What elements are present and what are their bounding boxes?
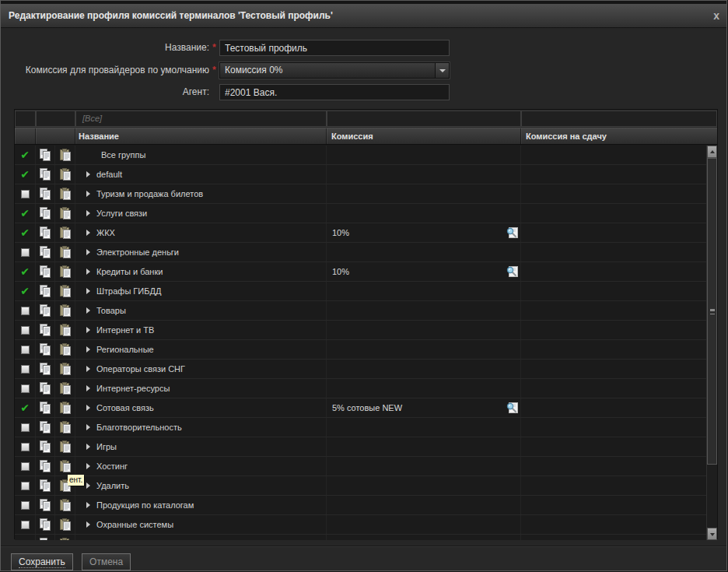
table-row[interactable]: Электронные деньги [15,243,706,262]
expand-icon[interactable] [86,191,90,197]
row-commission-cell[interactable] [327,379,521,398]
expand-icon[interactable] [86,502,90,508]
row-checkbox[interactable] [15,457,36,475]
paste-icon[interactable] [55,535,75,540]
expand-icon[interactable] [86,210,90,216]
row-checkbox[interactable] [15,340,36,359]
expand-icon[interactable] [86,268,90,275]
row-checkbox[interactable] [15,243,36,261]
expand-icon[interactable] [86,327,90,333]
row-commission-cell[interactable] [327,437,521,456]
commission-lookup-icon[interactable] [506,266,518,278]
row-name-cell[interactable]: Благотворительность [75,418,327,437]
paste-icon[interactable] [55,379,75,398]
row-checkbox[interactable]: ✔ [15,398,36,417]
copy-icon[interactable] [36,165,55,184]
row-commission-cell[interactable] [327,282,521,300]
row-commission-cell[interactable]: 10% [327,262,521,281]
copy-icon[interactable] [36,535,55,540]
row-commission-cell[interactable] [327,418,521,437]
copy-icon[interactable] [36,282,55,300]
row-checkbox[interactable]: ✔ [15,262,36,281]
row-name-cell[interactable]: Электронные деньги [75,243,327,261]
row-commission-cell[interactable]: 5% сотовые NEW [327,398,521,417]
row-commission-change-cell[interactable] [521,204,706,223]
row-name-cell[interactable]: ЖКХ [75,223,327,242]
row-commission-change-cell[interactable] [521,340,706,359]
paste-icon[interactable] [55,360,75,378]
copy-icon[interactable] [36,457,55,475]
table-row[interactable]: ✔ Все группы [15,146,706,165]
row-commission-cell[interactable]: 10% [327,223,521,242]
row-name-cell[interactable]: Игры [75,437,327,456]
row-checkbox[interactable] [15,476,36,495]
row-name-cell[interactable] [75,535,327,540]
row-checkbox[interactable] [15,515,36,534]
row-checkbox[interactable] [15,184,36,203]
table-row[interactable]: Удалить [15,476,706,496]
header-commission-col[interactable]: Комиссия [327,128,521,144]
paste-icon[interactable] [55,243,75,261]
table-row[interactable]: Интернет и ТВ [15,321,706,340]
commission-filter-input[interactable] [327,111,521,127]
row-checkbox[interactable] [15,437,36,456]
expand-icon[interactable] [86,288,90,294]
row-name-cell[interactable]: Кредиты и банки [75,262,327,281]
copy-icon[interactable] [36,223,55,242]
row-commission-change-cell[interactable] [521,146,706,164]
expand-icon[interactable] [86,463,90,469]
row-name-cell[interactable]: default [75,165,327,184]
row-commission-cell[interactable] [327,165,521,184]
row-commission-change-cell[interactable] [521,360,706,378]
header-commission-change-col[interactable]: Комиссия на сдачу [521,128,717,144]
expand-icon[interactable] [86,521,90,528]
expand-icon[interactable] [86,483,90,489]
row-name-cell[interactable]: Хостинг [75,457,327,475]
copy-icon[interactable] [36,146,55,164]
agent-input[interactable] [219,84,450,100]
copy-icon[interactable] [36,398,55,417]
paste-icon[interactable] [55,418,75,437]
expand-icon[interactable] [86,346,90,353]
save-button[interactable]: Сохранить [11,553,73,570]
table-row[interactable]: Игры [15,437,706,457]
header-checkbox-col[interactable] [15,128,36,144]
row-name-cell[interactable]: Удалить [75,476,327,495]
row-commission-change-cell[interactable] [521,243,706,261]
row-checkbox[interactable]: ✔ [15,204,36,223]
row-commission-change-cell[interactable] [521,496,706,514]
table-row[interactable]: Товары [15,301,706,321]
copy-icon[interactable] [36,243,55,261]
table-row[interactable]: ✔ Сотовая связь 5% сотовые NEW [15,398,706,418]
row-checkbox[interactable] [15,301,36,320]
commission-change-filter-input[interactable] [521,111,717,127]
row-checkbox[interactable] [15,379,36,398]
paste-icon[interactable] [55,457,75,475]
row-checkbox[interactable] [15,496,36,514]
table-row[interactable]: Туризм и продажа билетов [15,184,706,204]
row-commission-cell[interactable] [327,515,521,534]
row-checkbox[interactable] [15,418,36,437]
row-commission-cell[interactable] [327,360,521,378]
paste-icon[interactable] [55,301,75,320]
paste-icon[interactable] [55,515,75,534]
table-row[interactable]: Хостинг [15,457,706,476]
row-commission-change-cell[interactable] [521,398,706,417]
paste-icon[interactable] [55,204,75,223]
row-commission-change-cell[interactable] [521,321,706,339]
commission-lookup-icon[interactable] [506,227,518,239]
paste-icon[interactable] [55,321,75,339]
row-commission-cell[interactable] [327,476,521,495]
row-name-cell[interactable]: Продукция по каталогам [75,496,327,514]
row-commission-cell[interactable] [327,243,521,261]
expand-icon[interactable] [86,405,90,411]
row-checkbox[interactable] [15,535,36,540]
row-checkbox[interactable]: ✔ [15,146,36,164]
paste-icon[interactable] [55,184,75,203]
row-name-cell[interactable]: Интернет-ресурсы [75,379,327,398]
table-row[interactable]: ✔ default [15,165,706,184]
scroll-down-icon[interactable] [707,528,717,540]
scroll-up-icon[interactable] [707,146,717,158]
row-name-cell[interactable]: Операторы связи СНГ [75,360,327,378]
copy-icon[interactable] [36,360,55,378]
